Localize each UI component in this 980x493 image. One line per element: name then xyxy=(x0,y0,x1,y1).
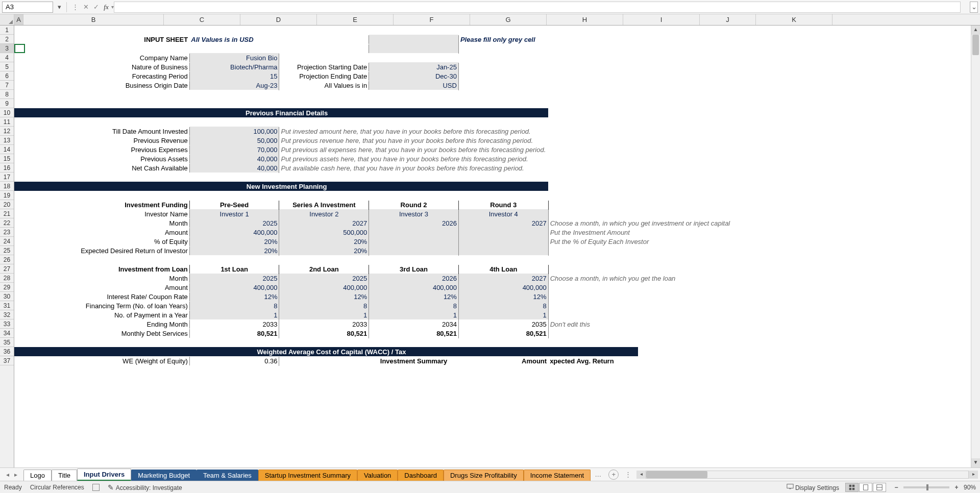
fund-month-4[interactable]: 2027 xyxy=(458,218,548,228)
expected-return-2[interactable]: 20% xyxy=(279,246,369,255)
row-header[interactable]: 1 xyxy=(0,26,14,35)
row-header[interactable]: 21 xyxy=(0,209,14,218)
financing-term-2[interactable]: 8 xyxy=(279,301,369,310)
row-header[interactable]: 11 xyxy=(0,117,14,127)
proj-start-input[interactable]: Jan-25 xyxy=(369,62,459,71)
financing-term-3[interactable]: 8 xyxy=(369,301,459,310)
row-header[interactable]: 12 xyxy=(0,127,14,136)
cancel-formula-icon[interactable]: ✕ xyxy=(81,3,91,11)
insert-function-icon[interactable]: fx xyxy=(101,3,111,11)
interest-rate-2[interactable]: 12% xyxy=(279,292,369,301)
equity-pct-4[interactable] xyxy=(458,237,548,246)
row-header[interactable]: 14 xyxy=(0,145,14,154)
row-header[interactable]: 10 xyxy=(0,108,14,117)
hscroll-right-icon[interactable]: ▸ xyxy=(969,471,978,479)
row-header[interactable]: 20 xyxy=(0,200,14,209)
expected-return-3[interactable] xyxy=(369,246,459,255)
row-header[interactable]: 18 xyxy=(0,182,14,191)
formula-expand-icon[interactable]: ⌄ xyxy=(970,2,978,13)
view-page-break-icon[interactable] xyxy=(873,483,886,492)
loan-amount-4[interactable]: 400,000 xyxy=(458,283,548,292)
status-macro-icon[interactable] xyxy=(92,484,100,491)
loan-month-4[interactable]: 2027 xyxy=(458,274,548,283)
origin-date-input[interactable]: Aug-23 xyxy=(189,81,279,90)
forecast-period-input[interactable]: 15 xyxy=(189,71,279,81)
col-header-b[interactable]: B xyxy=(23,14,164,25)
col-header-d[interactable]: D xyxy=(240,14,317,25)
scroll-up-icon[interactable]: ▲ xyxy=(971,26,980,35)
horizontal-scrollbar[interactable]: ◂ ▸ xyxy=(634,471,980,479)
col-header-e[interactable]: E xyxy=(317,14,394,25)
fund-amount-4[interactable] xyxy=(458,228,548,237)
equity-pct-3[interactable] xyxy=(369,237,459,246)
tab-marketing-budget[interactable]: Marketing Budget xyxy=(131,470,197,481)
row-header[interactable]: 16 xyxy=(0,163,14,172)
tab-more-icon[interactable]: … xyxy=(591,471,605,478)
col-header-j[interactable]: J xyxy=(700,14,756,25)
row-header[interactable]: 17 xyxy=(0,172,14,182)
row-header[interactable]: 7 xyxy=(0,81,14,90)
loan-amount-2[interactable]: 400,000 xyxy=(279,283,369,292)
row-header[interactable]: 24 xyxy=(0,237,14,246)
row-header[interactable]: 5 xyxy=(0,62,14,71)
tab-nav-next-icon[interactable]: ▸ xyxy=(12,471,19,478)
spreadsheet-grid[interactable]: INPUT SHEET All Values is in USD Please … xyxy=(14,26,971,467)
row-header[interactable]: 19 xyxy=(0,191,14,200)
selected-cell-a3[interactable] xyxy=(14,44,25,53)
col-header-c[interactable]: C xyxy=(164,14,240,25)
nature-business-input[interactable]: Biotech/Pharma xyxy=(189,62,279,71)
row-header[interactable]: 33 xyxy=(0,319,14,329)
tab-income-statement[interactable]: Income Statement xyxy=(524,470,591,481)
interest-rate-4[interactable]: 12% xyxy=(458,292,548,301)
row-header[interactable]: 34 xyxy=(0,329,14,338)
prev-revenue-input[interactable]: 50,000 xyxy=(189,136,279,145)
payments-year-4[interactable]: 1 xyxy=(458,310,548,319)
row-header[interactable]: 13 xyxy=(0,136,14,145)
name-box-dropdown[interactable]: ▾ xyxy=(55,3,63,11)
equity-pct-2[interactable]: 20% xyxy=(279,237,369,246)
financing-term-4[interactable]: 8 xyxy=(458,301,548,310)
col-header-f[interactable]: F xyxy=(394,14,470,25)
row-header[interactable]: 15 xyxy=(0,154,14,163)
equity-pct-1[interactable]: 20% xyxy=(189,237,279,246)
col-header-h[interactable]: H xyxy=(547,14,623,25)
investor-name-1[interactable]: Investor 1 xyxy=(189,209,279,218)
status-accessibility[interactable]: ✎ Accessibility: Investigate xyxy=(108,483,182,491)
vertical-scrollbar[interactable]: ▲ ▼ xyxy=(971,26,980,467)
tab-logo[interactable]: Logo xyxy=(23,470,52,481)
loan-month-1[interactable]: 2025 xyxy=(189,274,279,283)
company-name-input[interactable]: Fusion Bio xyxy=(189,53,279,62)
row-header[interactable]: 32 xyxy=(0,310,14,319)
zoom-in-button[interactable]: + xyxy=(952,484,961,491)
row-header[interactable]: 23 xyxy=(0,228,14,237)
loan-month-3[interactable]: 2026 xyxy=(369,274,459,283)
payments-year-3[interactable]: 1 xyxy=(369,310,459,319)
col-header-g[interactable]: G xyxy=(470,14,547,25)
prev-assets-input[interactable]: 40,000 xyxy=(189,154,279,163)
tab-title[interactable]: Title xyxy=(52,470,77,481)
tab-valuation[interactable]: Valuation xyxy=(357,470,398,481)
expected-return-4[interactable] xyxy=(458,246,548,255)
view-page-layout-icon[interactable] xyxy=(859,483,872,492)
scroll-thumb[interactable] xyxy=(972,35,979,55)
tab-startup-investment[interactable]: Startup Investment Summary xyxy=(258,470,357,481)
row-header[interactable]: 29 xyxy=(0,283,14,292)
row-header[interactable]: 35 xyxy=(0,338,14,347)
net-cash-input[interactable]: 40,000 xyxy=(189,163,279,172)
expected-return-1[interactable]: 20% xyxy=(189,246,279,255)
zoom-out-button[interactable]: − xyxy=(892,484,900,491)
select-all-corner[interactable] xyxy=(0,14,14,25)
fund-amount-2[interactable]: 500,000 xyxy=(279,228,369,237)
fund-month-1[interactable]: 2025 xyxy=(189,218,279,228)
fund-amount-1[interactable]: 400,000 xyxy=(189,228,279,237)
input-cell[interactable] xyxy=(369,35,459,44)
investor-name-4[interactable]: Investor 4 xyxy=(458,209,548,218)
interest-rate-1[interactable]: 12% xyxy=(189,292,279,301)
col-header-a[interactable]: A xyxy=(14,14,23,25)
hscroll-left-icon[interactable]: ◂ xyxy=(636,471,646,479)
formula-input[interactable] xyxy=(114,2,961,13)
row-header[interactable]: 26 xyxy=(0,255,14,264)
loan-amount-1[interactable]: 400,000 xyxy=(189,283,279,292)
col-header-k[interactable]: K xyxy=(756,14,832,25)
name-box[interactable]: A3 xyxy=(2,2,53,13)
